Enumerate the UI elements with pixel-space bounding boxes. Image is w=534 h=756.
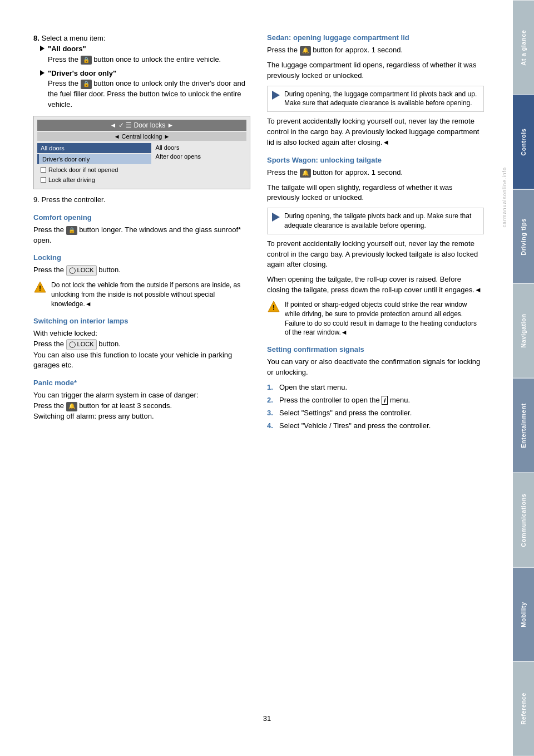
driver-door-desc: Press the 🔒 button once to unlock only t… xyxy=(48,79,245,109)
sports-wagon-note-text: During opening, the tailgate pivots back… xyxy=(284,212,479,230)
confirm-step-3: Select "Settings" and press the controll… xyxy=(267,408,484,418)
relock-label: Relock door if not opened xyxy=(48,166,118,173)
remote-icon-3: 🔒 xyxy=(66,226,77,235)
page-number: 31 xyxy=(263,714,271,723)
lock-icon-1: ◯ LOCK xyxy=(66,265,97,276)
menu-item-all-doors[interactable]: All doors xyxy=(37,143,151,153)
remote-icon-4: 🔔 xyxy=(66,402,77,411)
menu-item-relock[interactable]: Relock door if not opened xyxy=(37,165,151,174)
sidebar-tab-reference[interactable]: Reference xyxy=(513,661,534,756)
remote-icon-1: 🔒 xyxy=(81,56,92,65)
all-doors-desc: Press the 🔒 button once to unlock the en… xyxy=(48,55,221,63)
sidebar-tab-mobility[interactable]: Mobility xyxy=(513,567,534,662)
panic-mode-heading: Panic mode* xyxy=(33,379,250,387)
setting-confirmation-heading: Setting confirmation signals xyxy=(267,345,484,354)
comfort-opening-text: Press the 🔒 button longer. The windows a… xyxy=(33,225,250,246)
main-content: 8. Select a menu item: "All doors" Press… xyxy=(0,0,513,756)
door-locks-ui: ◄ ✓ ☰ Door locks ► ◄ Central locking ► A… xyxy=(33,116,250,189)
sports-wagon-heading: Sports Wagon: unlocking tailgate xyxy=(267,156,484,164)
note-triangle-2 xyxy=(272,213,280,222)
right-item-1: All doors xyxy=(156,143,246,152)
right-item-2: After door opens xyxy=(156,152,246,161)
sports-wagon-warning-text: If pointed or sharp-edged objects could … xyxy=(285,300,484,337)
sports-wagon-text1: Press the 🔔 button for approx. 1 second. xyxy=(267,168,484,178)
sedan-text2: The luggage compartment lid opens, regar… xyxy=(267,60,484,81)
step-8: 8. Select a menu item: "All doors" Press… xyxy=(33,33,250,110)
sports-wagon-text4: When opening the tailgate, the roll-up c… xyxy=(267,274,484,296)
sedan-note: During opening, the luggage compartment … xyxy=(267,86,484,112)
remote-icon-2: 🔒 xyxy=(81,80,92,89)
warning-icon-1: ! xyxy=(33,281,47,294)
locking-text: Press the ◯ LOCK button. xyxy=(33,265,250,276)
sports-wagon-text2: The tailgate will open slightly, regardl… xyxy=(267,183,484,204)
lock-icon-2: ◯ LOCK xyxy=(66,339,97,350)
sidebar-tab-entertainment[interactable]: Entertainment xyxy=(513,378,534,473)
menu-item-lock-driving[interactable]: Lock after driving xyxy=(37,175,151,184)
sidebar-tab-at-a-glance[interactable]: At a glance xyxy=(513,0,534,95)
right-sidebar: At a glance Controls Driving tips Naviga… xyxy=(513,0,534,756)
confirm-step-1: Open the start menu. xyxy=(267,382,484,392)
locking-warning: ! Do not lock the vehicle from the outsi… xyxy=(33,281,250,308)
comfort-opening-heading: Comfort opening xyxy=(33,213,250,222)
menu-item-driver-door[interactable]: Driver's door only xyxy=(37,154,151,164)
step-8-text: Select a menu item: xyxy=(41,34,105,42)
door-locks-menu: All doors Driver's door only Relock door… xyxy=(37,143,246,185)
confirm-step-4-text: Select "Vehicle / Tires" and press the c… xyxy=(279,421,431,431)
remote-icon-5: 🔔 xyxy=(300,46,311,56)
checkbox-lock-driving[interactable] xyxy=(41,177,46,183)
sedan-text1: Press the 🔔 button for approx. 1 second. xyxy=(267,45,484,56)
checkbox-relock[interactable] xyxy=(41,167,46,173)
sidebar-tab-driving-tips[interactable]: Driving tips xyxy=(513,189,534,284)
sub-item-all-doors: "All doors" Press the 🔒 button once to u… xyxy=(33,44,250,65)
right-column: Sedan: opening luggage compartment lid P… xyxy=(267,33,484,734)
confirm-step-2: Press the controller to open the i menu. xyxy=(267,395,484,405)
sub-item-driver-text: "Driver's door only" Press the 🔒 button … xyxy=(48,68,250,110)
sidebar-tab-controls[interactable]: Controls xyxy=(513,95,534,189)
svg-text:!: ! xyxy=(273,304,275,312)
warning-icon-2: ! xyxy=(267,300,280,313)
watermark: carmanualsonline.info xyxy=(502,167,507,228)
sports-wagon-text3: To prevent accidentally locking yourself… xyxy=(267,239,484,271)
door-locks-subtitle: ◄ Central locking ► xyxy=(37,132,246,141)
confirm-step-2-text: Press the controller to open the i menu. xyxy=(279,395,410,405)
sub-item-all-doors-text: "All doors" Press the 🔒 button once to u… xyxy=(48,44,221,65)
sports-wagon-note: During opening, the tailgate pivots back… xyxy=(267,208,484,234)
triangle-icon-1 xyxy=(40,46,44,51)
step-9-text: 9. Press the controller. xyxy=(33,195,105,204)
sidebar-tab-communications[interactable]: Communications xyxy=(513,473,534,567)
page-container: 8. Select a menu item: "All doors" Press… xyxy=(0,0,534,756)
sub-item-driver-door: "Driver's door only" Press the 🔒 button … xyxy=(33,68,250,110)
confirm-step-1-text: Open the start menu. xyxy=(279,382,347,392)
left-column: 8. Select a menu item: "All doors" Press… xyxy=(33,33,250,734)
confirm-step-3-text: Select "Settings" and press the controll… xyxy=(279,408,412,418)
lock-driving-label: Lock after driving xyxy=(48,176,95,183)
door-locks-right-panel: All doors After door opens xyxy=(154,143,246,185)
locking-heading: Locking xyxy=(33,253,250,262)
interior-lamps-text: With vehicle locked: Press the ◯ LOCK bu… xyxy=(33,328,250,371)
triangle-icon-2 xyxy=(40,70,44,76)
all-doors-label: "All doors" xyxy=(48,45,86,53)
panic-mode-text: You can trigger the alarm system in case… xyxy=(33,390,250,422)
remote-icon-6: 🔔 xyxy=(300,169,311,178)
step-8-header: 8. xyxy=(33,34,39,42)
locking-warning-text: Do not lock the vehicle from the outside… xyxy=(51,281,250,308)
confirm-step-4: Select "Vehicle / Tires" and press the c… xyxy=(267,421,484,431)
setting-confirmation-text: You can vary or also deactivate the conf… xyxy=(267,357,484,378)
step-9: 9. Press the controller. xyxy=(33,195,250,205)
driver-door-label: "Driver's door only" xyxy=(48,69,116,77)
svg-text:!: ! xyxy=(39,284,41,292)
i-menu-icon: i xyxy=(382,396,388,405)
door-locks-title: ◄ ✓ ☰ Door locks ► xyxy=(37,120,246,131)
sedan-text3: To prevent accidentally locking yourself… xyxy=(267,116,484,148)
interior-lamps-heading: Switching on interior lamps xyxy=(33,317,250,325)
door-locks-left-panel: All doors Driver's door only Relock door… xyxy=(37,143,151,185)
note-triangle-1 xyxy=(272,91,280,100)
sports-wagon-warning: ! If pointed or sharp-edged objects coul… xyxy=(267,300,484,337)
setting-confirmation-list: Open the start menu. Press the controlle… xyxy=(267,382,484,431)
sidebar-tab-navigation[interactable]: Navigation xyxy=(513,283,534,378)
sedan-note-text: During opening, the luggage compartment … xyxy=(284,90,479,109)
sedan-heading: Sedan: opening luggage compartment lid xyxy=(267,33,484,42)
